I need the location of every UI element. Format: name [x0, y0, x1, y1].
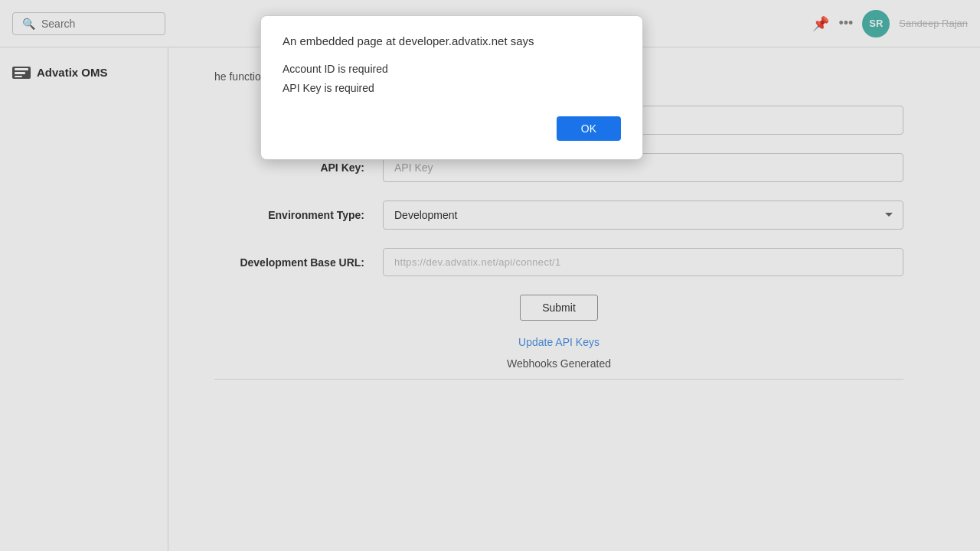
dialog-title: An embedded page at developer.advatix.ne…	[283, 34, 621, 47]
dialog-overlay: An embedded page at developer.advatix.ne…	[0, 0, 980, 551]
dialog-ok-button[interactable]: OK	[557, 116, 621, 141]
dialog-message-line1: Account ID is required	[283, 60, 621, 79]
dialog-message-line2: API Key is required	[283, 79, 621, 98]
dialog-footer: OK	[283, 116, 621, 141]
dialog-message: Account ID is required API Key is requir…	[283, 60, 621, 98]
dialog-box: An embedded page at developer.advatix.ne…	[260, 15, 643, 160]
